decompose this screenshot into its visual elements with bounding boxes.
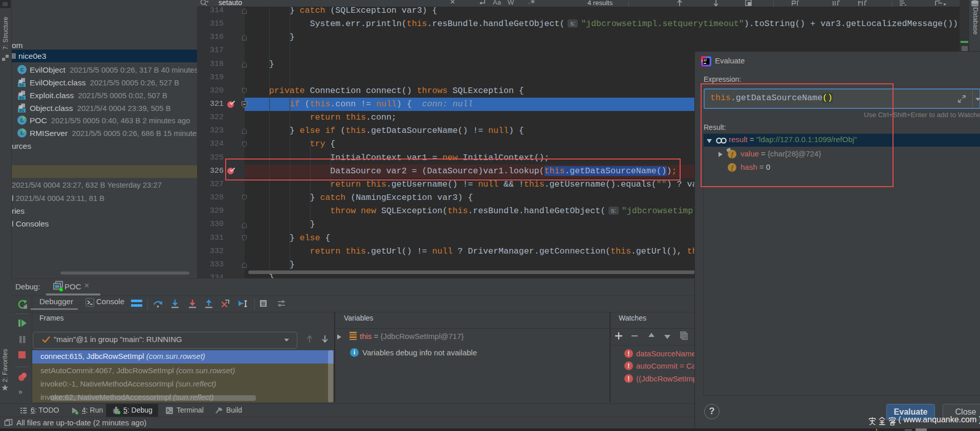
- svg-text:01: 01: [19, 83, 24, 87]
- svg-text:IJ: IJ: [704, 58, 707, 62]
- svg-text:01: 01: [19, 96, 24, 100]
- svg-text:01: 01: [19, 108, 24, 113]
